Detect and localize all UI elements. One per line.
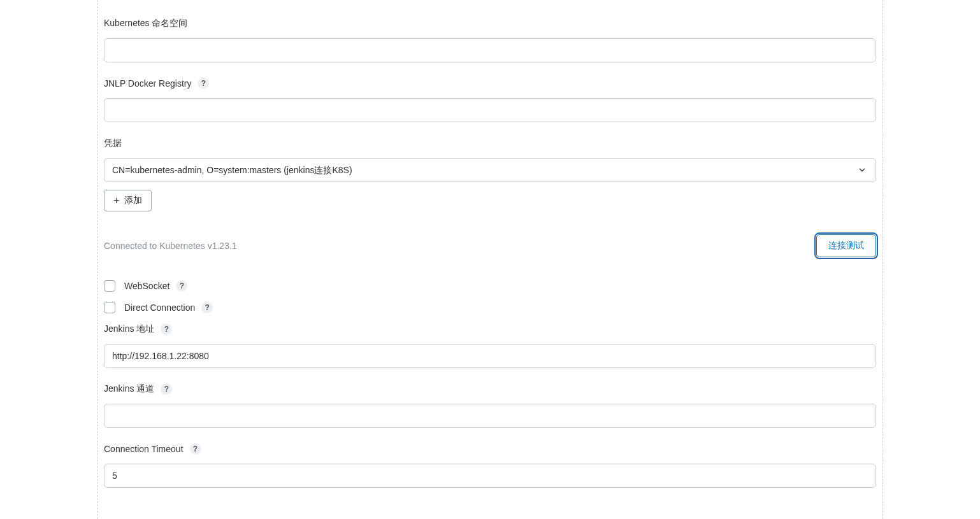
form-group-jenkins-url: Jenkins 地址 ?: [104, 323, 876, 368]
connection-timeout-label-text: Connection Timeout: [104, 444, 184, 454]
help-icon[interactable]: ?: [201, 302, 213, 313]
jnlp-registry-label-text: JNLP Docker Registry: [104, 78, 191, 89]
help-icon[interactable]: ?: [190, 443, 201, 455]
credentials-label: 凭据: [104, 138, 876, 149]
form-group-jnlp-registry: JNLP Docker Registry ?: [104, 78, 876, 122]
credentials-select[interactable]: CN=kubernetes-admin, O=system:masters (j…: [104, 158, 876, 182]
connection-timeout-input[interactable]: [104, 464, 876, 488]
plus-icon: +: [113, 195, 119, 206]
direct-connection-checkbox-label[interactable]: Direct Connection: [124, 302, 195, 313]
form-group-jenkins-tunnel: Jenkins 通道 ?: [104, 383, 876, 428]
jenkins-tunnel-label-text: Jenkins 通道: [104, 383, 154, 395]
namespace-input[interactable]: [104, 38, 876, 62]
help-icon[interactable]: ?: [176, 280, 187, 292]
test-connection-button[interactable]: 连接测试: [816, 234, 876, 257]
websocket-checkbox[interactable]: [104, 280, 115, 292]
form-group-namespace: Kubernetes 命名空间: [104, 18, 876, 62]
form-container: Kubernetes 命名空间 JNLP Docker Registry ? 凭…: [0, 0, 980, 488]
connection-status: Connected to Kubernetes v1.23.1: [104, 241, 237, 251]
status-row: Connected to Kubernetes v1.23.1 连接测试: [104, 234, 876, 257]
jenkins-url-label: Jenkins 地址 ?: [104, 323, 876, 335]
checkbox-row-websocket: WebSocket ?: [104, 280, 876, 292]
add-credentials-button[interactable]: + 添加: [104, 190, 152, 211]
credentials-label-text: 凭据: [104, 138, 122, 149]
dashed-border-right: [883, 0, 883, 519]
checkbox-row-direct-connection: Direct Connection ?: [104, 302, 876, 313]
jenkins-tunnel-input[interactable]: [104, 404, 876, 428]
websocket-checkbox-label[interactable]: WebSocket: [124, 281, 169, 291]
jnlp-registry-input[interactable]: [104, 98, 876, 122]
direct-connection-checkbox[interactable]: [104, 302, 115, 313]
dashed-border-left: [97, 0, 97, 519]
jenkins-tunnel-label: Jenkins 通道 ?: [104, 383, 876, 395]
namespace-label: Kubernetes 命名空间: [104, 18, 876, 29]
connection-timeout-label: Connection Timeout ?: [104, 443, 876, 455]
jenkins-url-label-text: Jenkins 地址: [104, 323, 154, 335]
help-icon[interactable]: ?: [161, 383, 172, 395]
form-group-credentials: 凭据 CN=kubernetes-admin, O=system:masters…: [104, 138, 876, 211]
jenkins-url-input[interactable]: [104, 344, 876, 368]
namespace-label-text: Kubernetes 命名空间: [104, 18, 188, 29]
add-button-label: 添加: [124, 195, 142, 206]
jnlp-registry-label: JNLP Docker Registry ?: [104, 78, 876, 89]
form-group-connection-timeout: Connection Timeout ?: [104, 443, 876, 488]
help-icon[interactable]: ?: [161, 323, 172, 335]
help-icon[interactable]: ?: [198, 78, 209, 89]
